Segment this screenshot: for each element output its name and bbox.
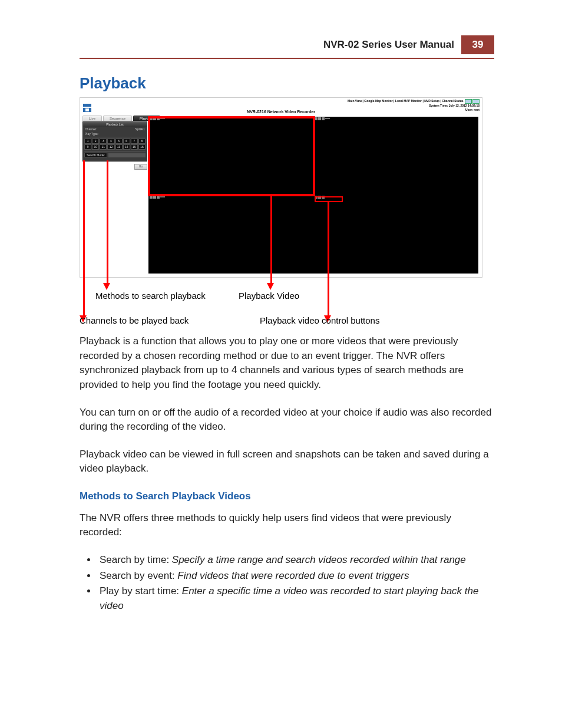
bullet-label: Play by start time: xyxy=(100,585,182,597)
sidebar-channel-row: Channel: Split4/1 xyxy=(83,127,147,131)
list-item: Play by start time: Enter a specific tim… xyxy=(97,584,494,613)
stop-icon[interactable] xyxy=(322,117,325,120)
callout-video: Playback Video xyxy=(239,291,299,301)
callout-labels: Methods to search playback Playback Vide… xyxy=(80,281,481,328)
channel-button[interactable]: 7 xyxy=(131,139,138,144)
intro-line: The NVR offers three methods to quickly … xyxy=(80,511,494,540)
video-control-bar[interactable] xyxy=(315,117,340,120)
svg-rect-0 xyxy=(83,104,91,107)
screenshot-container: NVR-0216 Network Video Recorder Main Vie… xyxy=(80,97,482,278)
channel-button[interactable]: 12 xyxy=(107,144,114,150)
screenshot-app-title: NVR-0216 Network Video Recorder xyxy=(247,110,315,114)
sidebar-divider xyxy=(84,151,146,151)
channel-button[interactable]: 16 xyxy=(138,144,146,150)
bullet-label: Search by time: xyxy=(100,554,172,565)
header-manual-title: NVR-02 Series User Manual xyxy=(323,35,461,54)
channel-button[interactable]: 2 xyxy=(92,139,99,144)
progress-icon xyxy=(160,196,165,197)
search-mode-label: Search Mode: xyxy=(84,153,107,157)
channel-button[interactable]: 1 xyxy=(84,139,91,144)
bullet-italic: Find videos that were recorded due to ev… xyxy=(177,570,409,581)
pause-icon[interactable] xyxy=(318,117,321,120)
video-pane-3[interactable] xyxy=(148,195,313,274)
channel-button[interactable]: 14 xyxy=(123,144,130,150)
channel-grid: 1 2 3 4 5 6 7 8 9 10 11 12 13 14 15 16 xyxy=(83,138,147,150)
callout-methods: Methods to search playback xyxy=(95,291,206,301)
section-heading: Playback xyxy=(80,74,494,93)
channel-button[interactable]: 6 xyxy=(123,139,130,144)
paragraph-3: Playback video can be viewed in full scr… xyxy=(80,447,494,476)
bullet-list: Search by time: Specify a time range and… xyxy=(80,553,494,614)
channel-button[interactable]: 11 xyxy=(100,144,107,150)
system-time-label: System Time: July 12, 2012 14:02:18 xyxy=(429,104,480,107)
status-icon xyxy=(472,99,480,104)
tab-sequence[interactable]: Sequence xyxy=(103,116,132,121)
paragraph-1: Playback is a function that allows you t… xyxy=(80,334,494,393)
playback-sidebar: Playback List Channel: Split4/1 Play Typ… xyxy=(82,121,147,162)
body-text: Playback is a function that allows you t… xyxy=(80,334,494,614)
user-label: User: root xyxy=(465,108,480,111)
callout-channels: Channels to be played back xyxy=(80,315,189,325)
progress-icon xyxy=(325,118,330,119)
brand-logo-icon xyxy=(82,103,92,113)
header-divider xyxy=(80,58,494,59)
status-icon xyxy=(465,99,472,104)
paragraph-2: You can turn on or off the audio of a re… xyxy=(80,406,494,434)
sidebar-playtype-row: Play Type: xyxy=(83,131,147,136)
channel-button[interactable]: 5 xyxy=(115,139,123,144)
document-page: NVR-02 Series User Manual 39 Playback NV… xyxy=(0,0,562,728)
channel-button[interactable]: 13 xyxy=(115,144,123,150)
channel-value: Split4/1 xyxy=(135,127,145,131)
list-item: Search by event: Find videos that were r… xyxy=(97,569,494,584)
svg-rect-2 xyxy=(85,108,89,111)
arrow-line xyxy=(107,160,108,284)
sub-heading: Methods to Search Playback Videos xyxy=(80,489,494,504)
video-pane-2[interactable] xyxy=(313,117,478,195)
highlight-box-video xyxy=(148,116,315,196)
channel-button[interactable]: 8 xyxy=(138,139,146,144)
list-item: Search by time: Specify a time range and… xyxy=(97,553,494,568)
screenshot-header: NVR-0216 Network Video Recorder Main Vie… xyxy=(80,98,482,116)
highlight-box-controls xyxy=(315,196,343,202)
sidebar-divider xyxy=(84,137,146,137)
header-page-number: 39 xyxy=(461,35,494,54)
screenshot-top-right-info: Main View | Google Map Monitor | Local M… xyxy=(348,99,480,112)
channel-label: Channel: xyxy=(85,127,97,131)
channel-button[interactable]: 3 xyxy=(100,139,107,144)
video-pane-4[interactable] xyxy=(313,195,478,274)
playtype-label: Play Type: xyxy=(85,132,98,136)
callout-controls: Playback video control buttons xyxy=(260,315,379,325)
bullet-italic: Specify a time range and search videos r… xyxy=(172,554,466,565)
search-mode-row: Search Mode: xyxy=(83,152,147,158)
sidebar-title: Playback List xyxy=(83,122,147,127)
go-button[interactable]: Go xyxy=(134,164,147,170)
page-header: NVR-02 Series User Manual 39 xyxy=(80,35,494,54)
channel-button[interactable]: 4 xyxy=(107,139,114,144)
tab-live[interactable]: Live xyxy=(82,116,102,121)
channel-button[interactable]: 15 xyxy=(131,144,138,150)
top-links: Main View | Google Map Monitor | Local M… xyxy=(348,99,464,103)
bullet-label: Search by event: xyxy=(100,570,177,581)
channel-button[interactable]: 10 xyxy=(92,144,99,150)
search-mode-field[interactable] xyxy=(108,153,146,157)
arrow-line xyxy=(270,196,272,284)
channel-button[interactable]: 9 xyxy=(84,144,91,150)
